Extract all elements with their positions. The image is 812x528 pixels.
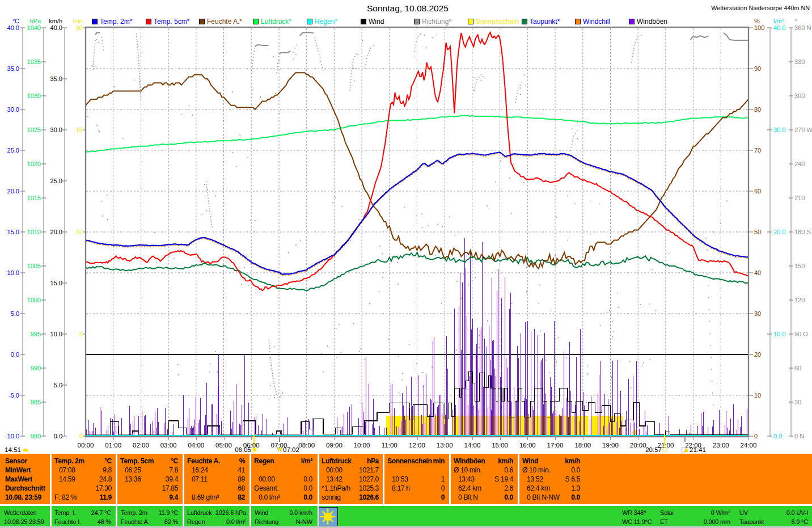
svg-text:20:00: 20:00 — [630, 442, 646, 449]
svg-text:300: 300 — [794, 92, 805, 99]
svg-text:08:00: 08:00 — [298, 442, 315, 449]
svg-text:20: 20 — [76, 24, 83, 31]
svg-text:995: 995 — [31, 331, 41, 337]
svg-text:l/m²: l/m² — [773, 18, 784, 24]
svg-text:0.0: 0.0 — [11, 351, 19, 358]
svg-text:20.0: 20.0 — [7, 188, 19, 195]
svg-text:40.0: 40.0 — [7, 24, 19, 31]
svg-text:06:05: 06:05 — [235, 446, 251, 453]
svg-text:15.0: 15.0 — [7, 229, 19, 235]
svg-text:13:00: 13:00 — [437, 442, 453, 449]
svg-text:40: 40 — [754, 269, 761, 276]
svg-text:min: min — [73, 18, 83, 24]
svg-text:-10.0: -10.0 — [5, 433, 19, 440]
svg-text:60: 60 — [794, 365, 801, 371]
svg-text:1020: 1020 — [27, 160, 41, 167]
svg-text:90 O: 90 O — [794, 331, 808, 337]
svg-text:330: 330 — [794, 58, 805, 65]
svg-text:100: 100 — [754, 24, 764, 31]
svg-text:360 N: 360 N — [794, 24, 811, 31]
svg-text:0.0: 0.0 — [54, 433, 62, 440]
svg-text:hPa: hPa — [29, 18, 41, 24]
svg-text:270 W: 270 W — [794, 126, 812, 133]
svg-text:35.0: 35.0 — [7, 65, 19, 72]
svg-text:5.0: 5.0 — [54, 382, 62, 388]
svg-text:05:00: 05:00 — [215, 442, 232, 449]
svg-text:980: 980 — [31, 433, 41, 440]
svg-text:30.0: 30.0 — [773, 126, 785, 133]
svg-text:10:00: 10:00 — [354, 442, 370, 449]
svg-text:18:00: 18:00 — [574, 442, 591, 449]
svg-text:25.0: 25.0 — [7, 147, 19, 154]
svg-text:1005: 1005 — [27, 263, 41, 269]
svg-text:150: 150 — [794, 263, 805, 269]
svg-text:20:57: 20:57 — [645, 446, 662, 453]
svg-text:15.0: 15.0 — [50, 280, 62, 286]
svg-text:35.0: 35.0 — [50, 75, 62, 82]
svg-text:70: 70 — [754, 147, 761, 154]
svg-text:02:00: 02:00 — [133, 442, 149, 449]
svg-text:0: 0 — [754, 433, 758, 440]
svg-text:14:51: 14:51 — [5, 446, 21, 453]
svg-text:°C: °C — [12, 18, 19, 24]
svg-text:km/h: km/h — [49, 18, 62, 24]
svg-text:40.0: 40.0 — [773, 24, 785, 31]
svg-text:5.0: 5.0 — [11, 310, 19, 317]
svg-text:990: 990 — [31, 365, 41, 371]
svg-text:30.0: 30.0 — [50, 126, 62, 133]
svg-text:01:00: 01:00 — [105, 442, 121, 449]
svg-text:90: 90 — [754, 65, 761, 72]
svg-text:-5.0: -5.0 — [9, 392, 19, 399]
svg-text:120: 120 — [794, 297, 805, 303]
svg-text:40.0: 40.0 — [50, 24, 62, 31]
svg-text:1015: 1015 — [27, 195, 41, 201]
svg-text:985: 985 — [31, 399, 41, 405]
svg-text:1030: 1030 — [27, 92, 41, 99]
svg-text:10: 10 — [76, 229, 83, 235]
svg-text:16:00: 16:00 — [519, 442, 536, 449]
svg-text:%: % — [754, 18, 760, 24]
svg-text:240: 240 — [794, 160, 805, 167]
svg-text:30: 30 — [794, 399, 801, 405]
svg-text:19:00: 19:00 — [602, 442, 619, 449]
svg-text:30: 30 — [754, 310, 761, 317]
svg-text:12:00: 12:00 — [409, 442, 425, 449]
svg-text:°: ° — [794, 18, 797, 24]
svg-text:25.0: 25.0 — [50, 178, 62, 184]
svg-text:1040: 1040 — [27, 24, 41, 31]
svg-text:00:00: 00:00 — [78, 442, 94, 449]
svg-text:17:00: 17:00 — [547, 442, 564, 449]
svg-text:11:00: 11:00 — [382, 442, 397, 449]
svg-text:80: 80 — [754, 106, 761, 113]
svg-text:10: 10 — [754, 392, 761, 399]
svg-text:20.0: 20.0 — [50, 229, 62, 235]
svg-text:30.0: 30.0 — [7, 106, 19, 113]
svg-text:23:00: 23:00 — [713, 442, 729, 449]
svg-text:20.0: 20.0 — [773, 229, 785, 235]
svg-text:1000: 1000 — [27, 297, 41, 303]
svg-text:10.0: 10.0 — [50, 331, 62, 337]
svg-text:20: 20 — [754, 351, 761, 358]
svg-text:0: 0 — [79, 433, 83, 440]
svg-text:10.0: 10.0 — [7, 269, 19, 276]
svg-text:5: 5 — [79, 331, 83, 337]
svg-text:210: 210 — [794, 195, 805, 201]
svg-text:15: 15 — [76, 126, 83, 133]
svg-text:10.0: 10.0 — [773, 331, 785, 337]
svg-text:03:00: 03:00 — [160, 442, 177, 449]
svg-text:1010: 1010 — [27, 229, 41, 235]
svg-text:180 S: 180 S — [794, 229, 811, 235]
svg-text:1035: 1035 — [27, 58, 41, 65]
svg-text:07:02: 07:02 — [283, 446, 299, 453]
svg-text:60: 60 — [754, 188, 761, 195]
svg-text:50: 50 — [754, 229, 761, 235]
svg-text:21:41: 21:41 — [690, 446, 706, 453]
svg-text:0 N: 0 N — [794, 433, 804, 440]
svg-text:09:00: 09:00 — [326, 442, 342, 449]
svg-text:04:00: 04:00 — [188, 442, 204, 449]
svg-text:15:00: 15:00 — [492, 442, 508, 449]
svg-text:1025: 1025 — [27, 126, 41, 133]
svg-text:24:00: 24:00 — [741, 442, 757, 449]
svg-text:0.0: 0.0 — [773, 433, 782, 440]
svg-text:14:00: 14:00 — [464, 442, 481, 449]
